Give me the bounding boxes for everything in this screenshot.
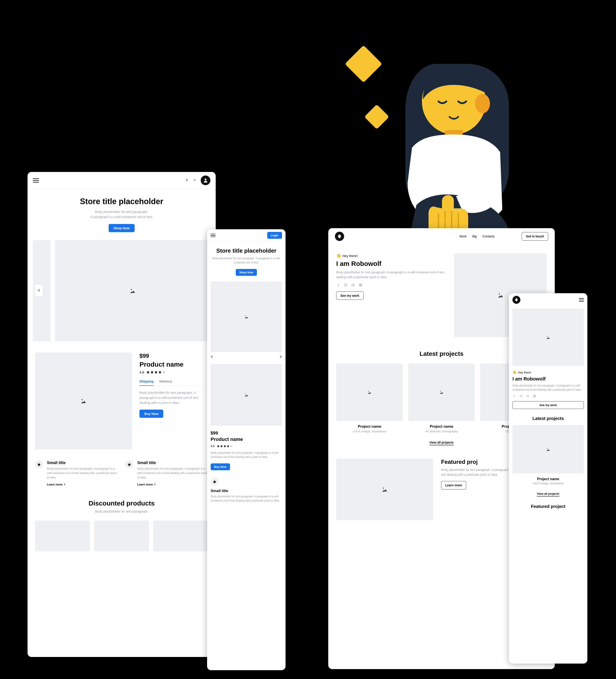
product-name: Product name: [211, 437, 282, 442]
see-my-work-button[interactable]: See my work: [512, 401, 584, 409]
social-links: [512, 394, 584, 398]
hero-image: [55, 240, 210, 342]
carousel-next-button[interactable]: [279, 355, 282, 358]
store-body-1: Body placeholder for text paragraph.: [41, 209, 202, 214]
discounted-item: [94, 520, 149, 551]
store-body-2: A paragraph is a self-contained unit of …: [41, 214, 202, 219]
product-price: $99: [211, 430, 282, 435]
feature-body: Body placeholder for text paragraph. A p…: [137, 466, 208, 480]
portfolio-title: I am Robowolf: [336, 260, 446, 267]
hero-image: [512, 309, 584, 366]
star-icon: [35, 460, 43, 468]
project-name: Project name: [336, 424, 403, 429]
facebook-icon[interactable]: [336, 283, 340, 287]
store-body: Body placeholder for text paragraph. A p…: [211, 256, 281, 264]
instagram-icon[interactable]: [519, 394, 522, 398]
store-header: [28, 172, 216, 189]
nav-contacts[interactable]: Contacts: [482, 234, 494, 238]
rating-stars: [146, 370, 166, 374]
project-category: Art direction, Iconography: [408, 430, 475, 433]
featured-image: [336, 458, 433, 520]
latest-projects-title: Latest projects: [512, 416, 584, 421]
feature-body: Body placeholder for text paragraph. A p…: [47, 466, 118, 480]
buy-now-button[interactable]: Buy Now: [211, 463, 230, 470]
menu-icon[interactable]: [33, 177, 39, 184]
project-category: UI/UX Design, Illustrations: [512, 482, 584, 485]
view-all-projects-link[interactable]: View all projects: [430, 441, 453, 445]
rating-value: 4.8: [139, 370, 144, 374]
feature-title: Small title: [211, 489, 282, 493]
feature-title: Small title: [47, 460, 118, 465]
project-card[interactable]: Project name UI/UX Design, Illustrations: [512, 425, 584, 485]
buy-now-button[interactable]: Buy Now: [139, 410, 163, 418]
portfolio-mobile-frame: 👋Hey there! I am Robowolf Body placehold…: [509, 293, 587, 664]
discounted-body: Body placeholder for text paragraph.: [28, 509, 216, 514]
product-body: Body placeholder for text paragraph. A p…: [139, 390, 208, 406]
learn-more-button[interactable]: Learn more: [441, 481, 466, 489]
portfolio-body: Body placeholder for text paragraph. A p…: [336, 270, 446, 280]
menu-icon[interactable]: [579, 297, 584, 302]
discounted-item: [35, 520, 90, 551]
discounted-title: Discounted products: [28, 499, 216, 507]
project-name: Project name: [408, 424, 475, 429]
store-title: Store title placeholder: [211, 247, 281, 254]
dribbble-icon[interactable]: [526, 394, 529, 398]
portfolio-header: Work Blg Contacts Get in touch: [328, 228, 555, 245]
login-button[interactable]: Login: [267, 232, 282, 239]
svg-point-10: [475, 94, 490, 113]
product-body: Body placeholder for text paragraph. A p…: [211, 451, 282, 459]
view-all-projects-link[interactable]: View all projects: [537, 492, 559, 496]
skype-icon[interactable]: [359, 283, 363, 287]
feature-body: Body placeholder for text paragraph. A p…: [211, 494, 282, 503]
get-in-touch-button[interactable]: Get in touch: [522, 232, 548, 240]
store-mobile-header: Login: [207, 229, 285, 241]
carousel-prev-button[interactable]: [35, 284, 43, 296]
tab-delivery[interactable]: Delivery: [159, 379, 172, 386]
discounted-item: [153, 520, 208, 551]
store-mobile-frame: Login Store title placeholder Body place…: [207, 229, 285, 670]
logo[interactable]: [512, 296, 520, 304]
store-title: Store title placeholder: [41, 197, 202, 206]
avatar[interactable]: [201, 175, 210, 185]
greeting: 👋Hey there!: [336, 253, 446, 258]
project-card[interactable]: Project name Art direction, Iconography: [408, 363, 475, 433]
facebook-icon[interactable]: [512, 394, 516, 398]
nav-work[interactable]: Work: [459, 234, 467, 238]
feature-title: Small title: [137, 460, 208, 465]
shop-now-button[interactable]: Shop Now: [236, 269, 257, 276]
shop-now-button[interactable]: Shop Now: [109, 224, 134, 232]
skype-icon[interactable]: [533, 394, 536, 398]
logo[interactable]: [335, 232, 344, 241]
product-image: [35, 353, 132, 450]
store-desktop-frame: Store title placeholder Body placeholder…: [28, 172, 216, 657]
basket-icon[interactable]: [185, 179, 189, 182]
product-image: [211, 364, 282, 426]
project-card[interactable]: Project name UI/UX Design, Illustrations: [336, 363, 403, 433]
star-icon: [125, 460, 133, 468]
dribbble-icon[interactable]: [351, 283, 355, 287]
greeting: 👋Hey there!: [512, 370, 584, 374]
menu-icon[interactable]: [211, 233, 215, 238]
rating-stars: [217, 445, 233, 448]
project-category: UI/UX Design, Illustrations: [336, 430, 403, 433]
product-price: $99: [139, 353, 208, 359]
instagram-icon[interactable]: [344, 283, 348, 287]
learn-more-link[interactable]: Learn more: [47, 483, 66, 486]
portfolio-title: I am Robowolf: [512, 376, 584, 382]
rating-value: 4.8: [211, 445, 214, 448]
learn-more-link[interactable]: Learn more: [137, 483, 156, 486]
featured-title: Featured project: [512, 504, 584, 509]
nav: Work Blg Contacts: [459, 234, 494, 238]
see-my-work-button[interactable]: See my work: [336, 291, 364, 300]
portfolio-body: Body placeholder for text paragraph. A p…: [512, 384, 584, 392]
carousel-prev-button[interactable]: [211, 355, 213, 358]
tab-shipping[interactable]: Shipping: [139, 379, 153, 386]
portfolio-mobile-header: [509, 293, 587, 306]
social-links: [336, 283, 446, 287]
bell-icon[interactable]: [193, 179, 197, 182]
nav-blog[interactable]: Blg: [472, 234, 477, 238]
hero-image: [211, 282, 282, 352]
product-name: Product name: [139, 361, 208, 368]
star-icon: [211, 478, 218, 486]
project-name: Project name: [512, 477, 584, 481]
